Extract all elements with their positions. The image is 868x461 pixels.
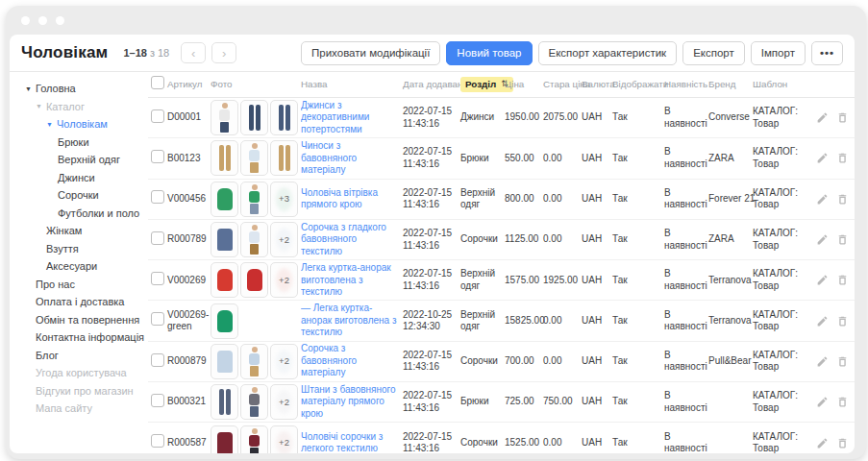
column-header-brand[interactable]: Бренд [708,79,753,90]
column-header-price[interactable]: Ціна [505,79,543,90]
display-cell: Так [612,355,664,368]
row-checkbox[interactable] [151,272,164,285]
delete-icon[interactable] [836,437,849,449]
product-name-link[interactable]: Джинси з декоративними потертостями [301,100,399,136]
row-checkbox[interactable] [151,109,164,123]
template-cell: КАТАЛОГ: Товар [753,431,814,453]
prev-page-button[interactable]: ‹ [181,42,206,63]
delete-icon[interactable] [836,396,849,408]
product-name-link[interactable]: Сорочка з гладкого бавовняного текстилю [301,222,399,258]
column-header-photo[interactable]: Фото [211,79,301,90]
window-control-dot[interactable] [21,16,30,25]
edit-icon[interactable] [816,355,829,368]
sidebar-item-12[interactable]: Про нас [10,276,148,294]
sidebar-item-5[interactable]: Верхній одяг [10,151,148,169]
sidebar-item-19[interactable]: Мапа сайту [10,400,148,418]
chevron-down-icon: ▼ [25,85,32,91]
sidebar-item-1[interactable]: ▼Головна [10,80,148,98]
brand-cell: ZARA [708,153,753,165]
sidebar-item-3[interactable]: ▼Чоловікам [10,115,148,133]
product-name-link[interactable]: Чиноси з бавовняного матеріалу [301,140,399,177]
edit-icon[interactable] [816,437,829,449]
row-checkbox[interactable] [151,394,164,407]
export-characteristics-button[interactable]: Експорт характеристик [538,41,678,65]
product-name-link[interactable]: Чоловіча вітрівка прямого крою [301,187,399,211]
delete-icon[interactable] [836,355,849,368]
sidebar-item-label: Брюки [58,136,89,148]
row-checkbox[interactable] [151,434,164,448]
delete-icon[interactable] [836,315,849,328]
delete-icon[interactable] [836,152,849,164]
sidebar-item-15[interactable]: Контактна інформація [10,328,148,347]
edit-icon[interactable] [816,274,829,286]
next-page-button[interactable]: › [211,42,236,63]
hide-modifications-button[interactable]: Приховати модифікації [301,41,440,65]
product-name-link[interactable]: Легка куртка-анорак виготовлена з тексти… [301,262,399,299]
page-title: Чоловікам [21,43,108,62]
product-name-link[interactable]: Сорочка з бавовняного матеріалу притален… [301,343,399,379]
availability-cell: В наявності [664,268,708,292]
sidebar-item-11[interactable]: Аксесуари [10,257,148,276]
sidebar-item-10[interactable]: Взуття [10,240,148,258]
column-header-date[interactable]: Дата додавання [403,79,460,90]
column-header-availability[interactable]: Наявність [664,79,708,90]
row-checkbox[interactable] [151,353,164,367]
column-header-old-price[interactable]: Стара ціна [543,79,582,90]
row-checkbox[interactable] [151,190,164,204]
price-cell: 1525.00 [505,437,543,449]
edit-icon[interactable] [816,315,829,328]
import-button[interactable]: Імпорт [751,41,806,65]
brand-cell: Terranova [708,275,753,287]
sidebar-item-7[interactable]: Сорочки [10,186,148,205]
sidebar-item-8[interactable]: Футболки и поло [10,205,148,223]
row-checkbox[interactable] [151,312,164,326]
old-price-cell: 0.00 [543,315,582,328]
column-header-sku[interactable]: Артикул [167,79,211,90]
edit-icon[interactable] [816,152,829,164]
price-cell: 1950.00 [505,111,543,124]
price-cell: 800.00 [505,193,543,206]
sidebar-item-4[interactable]: Брюки [10,133,148,152]
section-cell: Верхній одяг [460,309,505,333]
new-product-button[interactable]: Новий товар [446,41,532,65]
photos-cell [211,303,301,339]
column-header-display[interactable]: Відображати [612,79,664,90]
sidebar-item-6[interactable]: Джинси [10,169,148,187]
sidebar-item-18[interactable]: Відгуки про магазин [10,382,148,400]
select-all-checkbox[interactable] [151,76,164,89]
column-header-template[interactable]: Шаблон [753,79,814,90]
sidebar-item-13[interactable]: Оплата і доставка [10,293,148,311]
window-control-dot[interactable] [56,16,64,25]
row-checkbox[interactable] [151,231,164,245]
more-photos-badge: +3 [270,182,298,217]
window-control-dot[interactable] [38,16,47,25]
column-header-section[interactable]: Розділ ⇅ [460,77,505,92]
currency-cell: UAH [582,111,612,124]
sidebar-item-2[interactable]: ▼Каталог [10,98,148,116]
sidebar-item-17[interactable]: Угода користувача [10,364,148,382]
delete-icon[interactable] [836,233,849,246]
sidebar-item-16[interactable]: Блог [10,347,148,365]
sidebar-item-label: Чоловікам [57,118,108,130]
page-header: Чоловікам 1–18 з 18 ‹ › Приховати модифі… [10,35,855,72]
delete-icon[interactable] [836,274,849,286]
sidebar-item-9[interactable]: Жінкам [10,222,148,240]
more-actions-button[interactable]: ••• [811,41,843,65]
sidebar-item-14[interactable]: Обмін та повернення [10,311,148,329]
column-header-currency[interactable]: Валюта [582,79,612,90]
edit-icon[interactable] [816,396,829,408]
date-cell: 2022-07-1511:43:16 [403,268,460,292]
edit-icon[interactable] [816,193,829,206]
product-name-link[interactable]: Штани з бавовняного матеріалу прямого кр… [301,384,399,421]
product-photo [211,100,238,135]
delete-icon[interactable] [836,193,849,206]
column-header-name[interactable]: Назва [301,79,403,90]
export-button[interactable]: Експорт [682,41,745,65]
row-checkbox[interactable] [151,150,164,163]
product-name-link[interactable]: — Легка куртка-анорак виготовлена з текс… [301,303,399,339]
old-price-cell: 0.00 [543,233,582,246]
edit-icon[interactable] [816,111,829,124]
edit-icon[interactable] [816,233,829,246]
product-name-link[interactable]: Чоловічі сорочки з легкого текстилю [301,431,399,453]
delete-icon[interactable] [836,111,849,124]
